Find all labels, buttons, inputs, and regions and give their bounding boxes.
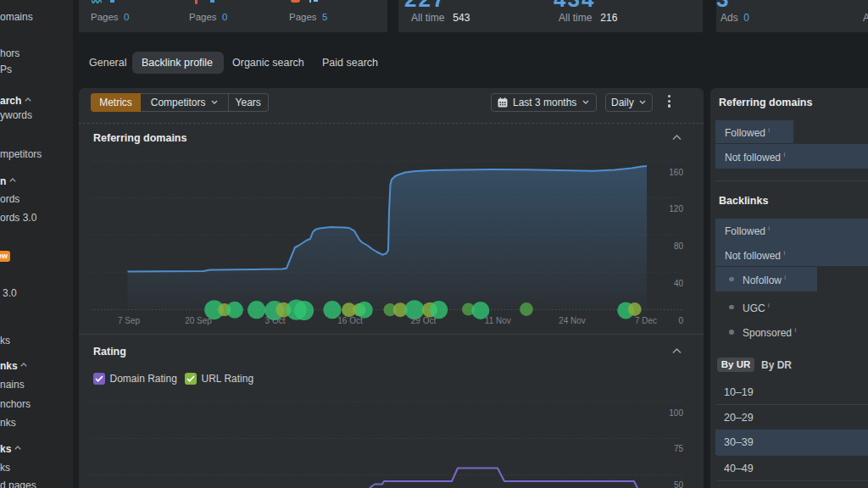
svg-text:11 Nov: 11 Nov [485,316,511,325]
svg-text:7 Sep: 7 Sep [118,316,141,325]
svg-text:120: 120 [669,204,683,214]
svg-text:20 Sep: 20 Sep [185,316,212,325]
svg-text:50: 50 [674,480,684,488]
svg-text:75: 75 [674,444,684,453]
svg-text:160: 160 [669,168,683,177]
svg-text:100: 100 [669,408,683,418]
svg-text:29 Oct: 29 Oct [411,316,437,325]
svg-text:7 Dec: 7 Dec [635,316,657,325]
svg-text:24 Nov: 24 Nov [559,316,586,325]
svg-text:3 Oct: 3 Oct [265,316,286,325]
svg-text:16 Oct: 16 Oct [337,316,363,325]
svg-text:80: 80 [674,241,684,251]
svg-text:0: 0 [678,316,683,325]
svg-text:40: 40 [674,279,684,288]
